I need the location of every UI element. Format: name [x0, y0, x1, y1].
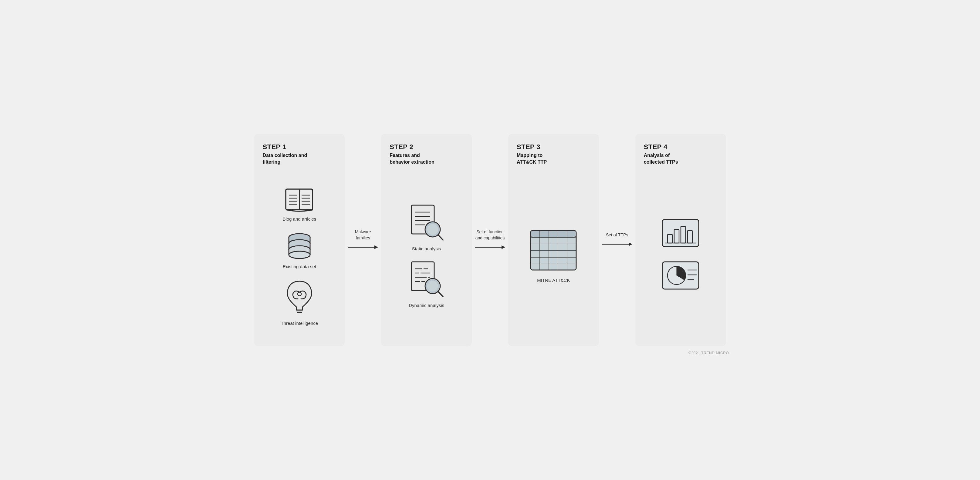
bar-chart-icon — [661, 218, 700, 251]
arrow3-label: Set of TTPs — [606, 232, 628, 238]
arrow1-label: Malwarefamilies — [355, 229, 371, 241]
database-label: Existing data set — [283, 264, 316, 269]
step2-icons: Static analysis — [390, 175, 463, 337]
diagram-container: STEP 1 Data collection andfiltering — [245, 122, 735, 358]
svg-marker-58 — [628, 242, 632, 246]
step2-box: STEP 2 Features andbehavior extraction — [381, 134, 472, 346]
svg-line-43 — [438, 291, 443, 297]
dynamic-item: Dynamic analysis — [408, 260, 445, 308]
step2-title: Features andbehavior extraction — [390, 152, 434, 166]
steps-row: STEP 1 Data collection andfiltering — [254, 134, 726, 346]
svg-point-18 — [289, 251, 310, 258]
copyright: ©2021 TREND MICRO — [689, 351, 729, 355]
book-icon — [283, 186, 316, 213]
static-label: Static analysis — [412, 246, 441, 251]
arrow1-svg — [348, 244, 378, 251]
mitre-label: MITRE ATT&CK — [537, 277, 570, 283]
book-label: Blog and articles — [282, 216, 316, 222]
pie-chart-icon — [661, 260, 700, 294]
mitre-attck-icon — [529, 229, 578, 274]
step4-label: STEP 4 — [644, 143, 668, 151]
mitre-item: MITRE ATT&CK — [529, 229, 578, 283]
step3-icons: MITRE ATT&CK — [517, 175, 590, 337]
biohazard-label: Threat intelligence — [281, 321, 318, 326]
arrow2-container: Set of functionand capabilities — [472, 229, 508, 250]
book-item: Blog and articles — [282, 186, 316, 222]
step1-title: Data collection andfiltering — [263, 152, 307, 166]
database-icon — [284, 231, 315, 261]
biohazard-icon — [284, 278, 315, 318]
step4-title: Analysis ofcollected TTPs — [644, 152, 678, 166]
arrow3-container: Set of TTPs — [599, 232, 635, 248]
step3-title: Mapping toATT&CK TTP — [517, 152, 547, 166]
arrow2-svg — [475, 244, 505, 251]
svg-marker-45 — [501, 246, 505, 249]
step4-icons — [644, 175, 718, 337]
step1-box: STEP 1 Data collection andfiltering — [254, 134, 345, 346]
svg-point-30 — [427, 224, 438, 235]
svg-line-31 — [438, 235, 443, 240]
svg-marker-23 — [374, 246, 378, 249]
step2-label: STEP 2 — [390, 143, 413, 151]
arrow1-container: Malwarefamilies — [345, 229, 381, 250]
database-item: Existing data set — [283, 231, 316, 269]
piechart-item — [661, 260, 700, 294]
arrow2-label: Set of functionand capabilities — [476, 229, 505, 241]
svg-point-42 — [427, 280, 438, 291]
static-analysis-icon — [408, 204, 445, 243]
biohazard-item: Threat intelligence — [281, 278, 318, 326]
step1-label: STEP 1 — [263, 143, 286, 151]
step4-box: STEP 4 Analysis ofcollected TTPs — [635, 134, 726, 346]
dynamic-analysis-icon — [408, 260, 445, 300]
step1-icons: Blog and articles — [263, 175, 336, 337]
step3-label: STEP 3 — [517, 143, 540, 151]
static-item: Static analysis — [408, 204, 445, 251]
step3-box: STEP 3 Mapping toATT&CK TTP — [508, 134, 599, 346]
svg-rect-47 — [531, 231, 576, 237]
arrow3-svg — [602, 241, 632, 248]
barchart-item — [661, 218, 700, 251]
dynamic-label: Dynamic analysis — [409, 303, 444, 308]
